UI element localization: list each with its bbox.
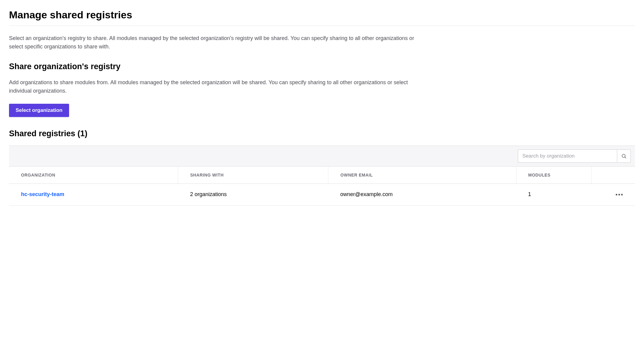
cell-sharing-with: 2 organizations bbox=[178, 183, 328, 205]
col-header-actions bbox=[591, 167, 635, 184]
organization-link[interactable]: hc-security-team bbox=[21, 191, 64, 197]
svg-line-1 bbox=[625, 157, 626, 158]
shared-registries-title: Shared registries (1) bbox=[9, 129, 635, 138]
search-group bbox=[518, 149, 631, 163]
col-header-modules: MODULES bbox=[516, 167, 591, 184]
share-section-title: Share organization's registry bbox=[9, 62, 635, 71]
col-header-organization: ORGANIZATION bbox=[9, 167, 178, 184]
registries-table: ORGANIZATION SHARING WITH OWNER EMAIL MO… bbox=[9, 167, 635, 206]
more-horizontal-icon: ••• bbox=[615, 191, 624, 198]
col-header-sharing-with: SHARING WITH bbox=[178, 167, 328, 184]
registries-table-wrapper: ORGANIZATION SHARING WITH OWNER EMAIL MO… bbox=[9, 146, 635, 206]
table-header-row: ORGANIZATION SHARING WITH OWNER EMAIL MO… bbox=[9, 167, 635, 184]
table-toolbar bbox=[9, 146, 635, 167]
search-input[interactable] bbox=[518, 149, 617, 163]
row-actions-button[interactable]: ••• bbox=[613, 190, 626, 199]
share-section-description: Add organizations to share modules from.… bbox=[9, 78, 430, 95]
select-organization-button[interactable]: Select organization bbox=[9, 104, 69, 117]
cell-modules: 1 bbox=[516, 183, 591, 205]
page-description: Select an organization's registry to sha… bbox=[9, 34, 430, 51]
search-icon bbox=[621, 153, 627, 159]
title-divider bbox=[9, 26, 635, 26]
page-title: Manage shared registries bbox=[9, 9, 635, 21]
table-row: hc-security-team 2 organizations owner@e… bbox=[9, 183, 635, 205]
cell-owner-email: owner@example.com bbox=[328, 183, 516, 205]
col-header-owner-email: OWNER EMAIL bbox=[328, 167, 516, 184]
search-button[interactable] bbox=[617, 149, 631, 163]
